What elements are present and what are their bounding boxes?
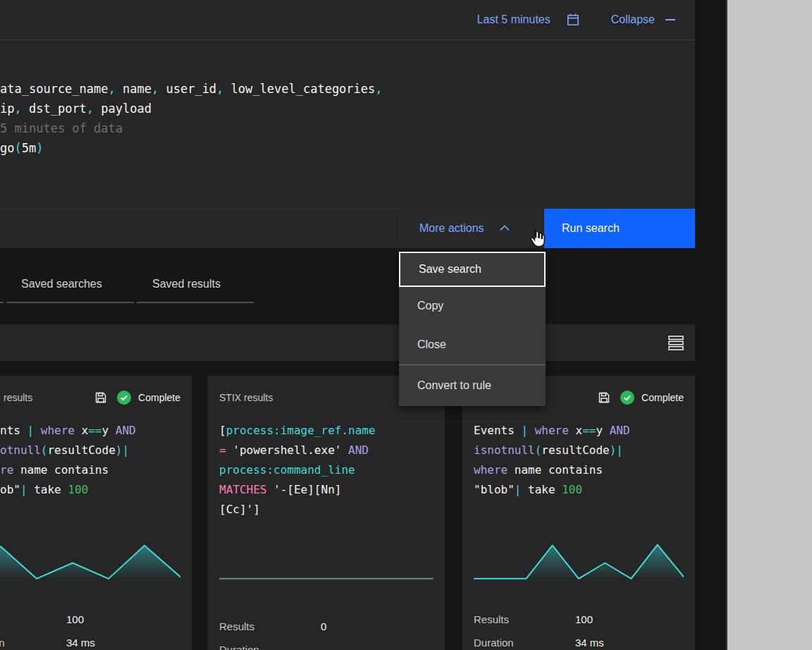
stat-value: 100: [66, 613, 84, 625]
stat-label: Duration: [474, 637, 575, 649]
result-card-events-right[interactable]: Complete Events | where x==y ANDisnotnul…: [462, 376, 695, 650]
result-cards-row: results Complete: [0, 376, 695, 650]
chevron-up-icon: [499, 223, 510, 234]
status-complete-icon: [620, 391, 634, 405]
stat-label: Duration: [0, 637, 66, 649]
stat-value: 34 ms: [575, 637, 604, 649]
more-actions-menu: Save search Copy Close Convert to rule: [399, 252, 546, 406]
save-icon[interactable]: [598, 391, 610, 404]
results-sparkline: [474, 539, 684, 582]
menu-item-copy[interactable]: Copy: [399, 287, 546, 325]
stat-value: –: [321, 644, 326, 650]
stat-label: Results: [219, 620, 321, 632]
card-stats: Results 100 Duration 34 ms: [0, 613, 95, 650]
save-icon[interactable]: [94, 391, 107, 404]
stat-label: Duration: [219, 644, 321, 650]
main-content: Last 5 minutes Collapse ata_source_name,…: [0, 0, 695, 650]
run-search-button[interactable]: Run search: [544, 209, 695, 248]
stat-row-results: Results 100: [0, 613, 95, 625]
menu-item-save-search[interactable]: Save search: [399, 252, 546, 287]
calendar-icon: [566, 13, 580, 27]
status-text: Complete: [138, 392, 180, 403]
stat-row-duration: Duration 34 ms: [0, 636, 95, 649]
menu-item-convert-to-rule[interactable]: Convert to rule: [399, 365, 546, 406]
query-editor[interactable]: ata_source_name, name, user_id, low_leve…: [0, 40, 695, 209]
card-query-code: [process:image_ref.name= 'powershell.exe…: [219, 421, 376, 520]
tab-underline-saved-searches: [6, 302, 134, 303]
rows-layout-button[interactable]: [664, 331, 688, 355]
minus-icon: [665, 15, 675, 25]
results-toolbar: [0, 324, 695, 361]
right-gutter: [695, 0, 726, 650]
stat-row-results: Results 0: [219, 620, 326, 632]
stat-row-duration: Duration –: [219, 643, 326, 650]
collapse-button[interactable]: Collapse: [611, 13, 675, 26]
stat-row-duration: Duration 34 ms: [474, 636, 604, 649]
more-actions-button[interactable]: More actions: [399, 209, 544, 248]
more-actions-label: More actions: [419, 222, 484, 235]
time-range-picker[interactable]: Last 5 minutes: [477, 13, 580, 27]
tab-underline-saved-results: [137, 302, 254, 303]
card-stats: Results 100 Duration 34 ms: [474, 613, 604, 650]
stat-row-results: Results 100: [474, 613, 604, 625]
status-complete-icon: [117, 391, 131, 405]
stat-label: Results: [0, 613, 66, 625]
result-card-stix[interactable]: STIX results [process:image_ref.name= 'p…: [208, 376, 445, 650]
query-topbar: Last 5 minutes Collapse: [0, 0, 695, 40]
tab-saved-results[interactable]: Saved results: [152, 278, 221, 290]
results-sparkline: [219, 539, 433, 582]
tab-underline-clipped: [0, 302, 4, 303]
card-stats: Results 0 Duration –: [219, 620, 326, 650]
stat-label: Results: [474, 613, 575, 625]
stat-value: 100: [575, 613, 593, 625]
app-screen: Last 5 minutes Collapse ata_source_name,…: [0, 0, 812, 650]
card-status: Complete: [598, 391, 684, 405]
stat-value: 0: [321, 620, 326, 632]
status-text: Complete: [641, 392, 684, 403]
time-range-label: Last 5 minutes: [477, 13, 550, 26]
result-card-events-left[interactable]: results Complete: [0, 376, 192, 650]
card-header: results Complete: [0, 390, 180, 405]
collapse-label: Collapse: [611, 13, 655, 26]
rows-icon: [668, 336, 684, 350]
run-search-label: Run search: [562, 222, 620, 235]
stat-value: 34 ms: [66, 637, 95, 649]
side-panel-gray: [726, 0, 812, 650]
card-title: STIX results: [219, 392, 273, 403]
card-status: Complete: [94, 391, 180, 405]
card-query-code: Events | where x==y ANDisnotnull(resultC…: [474, 421, 630, 500]
tab-saved-searches[interactable]: Saved searches: [21, 278, 102, 290]
results-sparkline: [0, 539, 180, 582]
menu-item-close[interactable]: Close: [399, 325, 546, 364]
card-query-code: nts | where x==y ANDotnull(resultCode)|r…: [0, 421, 136, 500]
card-title: results: [4, 392, 32, 403]
